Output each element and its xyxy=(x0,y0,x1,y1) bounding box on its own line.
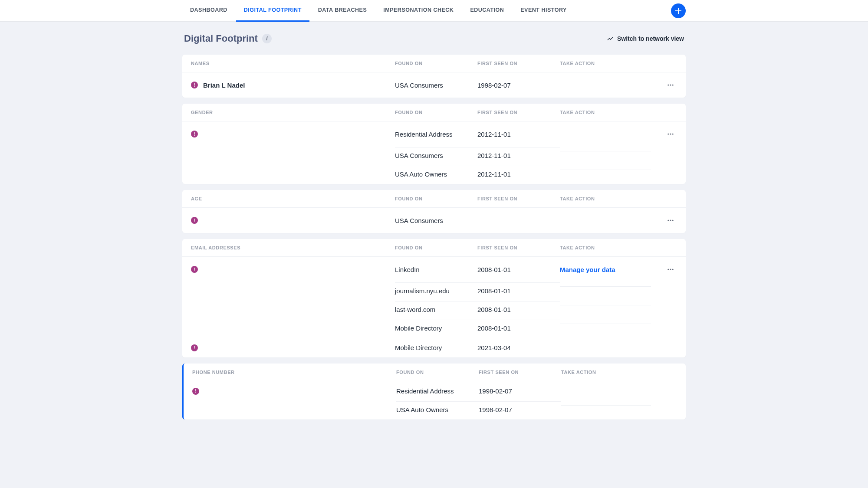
more-button[interactable] xyxy=(664,263,677,276)
add-button[interactable] xyxy=(671,3,686,18)
section-card: GENDERFOUND ONFIRST SEEN ONTAKE ACTIONRe… xyxy=(182,104,686,184)
page-title: Digital Footprint xyxy=(184,33,258,44)
alert-icon xyxy=(192,388,199,395)
switch-view-label: Switch to network view xyxy=(617,35,684,42)
first-seen-cell: 1998-02-07 xyxy=(479,401,561,413)
svg-point-11 xyxy=(672,269,674,270)
more-button[interactable] xyxy=(664,128,677,141)
first-seen-cell: 1998-02-07 xyxy=(477,82,560,89)
action-cell xyxy=(560,151,651,156)
table-row: USA Auto Owners2012-11-01 xyxy=(182,163,686,184)
col-found-on: FOUND ON xyxy=(395,110,477,115)
found-on-cell: LinkedIn xyxy=(395,266,477,273)
row-group: Residential Address2012-11-01USA Consume… xyxy=(182,121,686,184)
action-cell xyxy=(560,324,651,328)
name-cell xyxy=(191,266,395,273)
row-group: USA Consumers xyxy=(182,208,686,233)
col-take-action: TAKE ACTION xyxy=(560,196,651,201)
svg-point-4 xyxy=(670,134,671,135)
col-first-seen: FIRST SEEN ON xyxy=(477,196,560,201)
svg-point-0 xyxy=(667,85,669,86)
section-heading: AGE xyxy=(191,196,395,201)
col-found-on: FOUND ON xyxy=(396,370,479,375)
section-card: AGEFOUND ONFIRST SEEN ONTAKE ACTIONUSA C… xyxy=(182,190,686,233)
nav-tab[interactable]: DIGITAL FOOTPRINT xyxy=(236,0,309,22)
col-first-seen: FIRST SEEN ON xyxy=(477,245,560,250)
row-actions-cell xyxy=(664,214,677,227)
row-group: Brian L NadelUSA Consumers1998-02-07 xyxy=(182,72,686,98)
found-on-cell: USA Consumers xyxy=(395,147,477,159)
col-take-action: TAKE ACTION xyxy=(560,61,651,66)
nav-tab[interactable]: DASHBOARD xyxy=(182,0,235,22)
found-on-cell: Residential Address xyxy=(396,387,479,395)
row-actions-cell xyxy=(664,128,677,141)
found-on-cell: Mobile Directory xyxy=(395,344,477,351)
found-on-cell: Mobile Directory xyxy=(395,320,477,332)
nav-tab[interactable]: DATA BREACHES xyxy=(310,0,375,22)
nav-tab[interactable]: EDUCATION xyxy=(462,0,512,22)
svg-point-1 xyxy=(670,85,671,86)
nav-tab[interactable]: EVENT HISTORY xyxy=(513,0,575,22)
found-on-cell: Residential Address xyxy=(395,131,477,138)
switch-network-view[interactable]: Switch to network view xyxy=(607,35,684,42)
row-actions-cell xyxy=(664,263,677,276)
dots-icon xyxy=(667,216,674,224)
first-seen-cell: 1998-02-07 xyxy=(479,387,561,395)
manage-data-link[interactable]: Manage your data xyxy=(560,266,615,273)
name-cell: Brian L Nadel xyxy=(191,82,395,89)
section-card: EMAIL ADDRESSESFOUND ONFIRST SEEN ONTAKE… xyxy=(182,239,686,357)
nav-tab[interactable]: IMPERSONATION CHECK xyxy=(375,0,461,22)
action-cell xyxy=(560,286,651,291)
dots-icon xyxy=(667,265,674,273)
section-card: PHONE NUMBERFOUND ONFIRST SEEN ONTAKE AC… xyxy=(182,364,686,419)
svg-point-2 xyxy=(672,85,674,86)
col-first-seen: FIRST SEEN ON xyxy=(477,61,560,66)
action-cell xyxy=(560,305,651,310)
col-take-action: TAKE ACTION xyxy=(560,110,651,115)
svg-point-6 xyxy=(667,220,669,221)
found-on-cell: USA Consumers xyxy=(395,82,477,89)
info-icon[interactable]: i xyxy=(262,34,272,43)
page-header: Digital Footprint i Switch to network vi… xyxy=(182,33,686,44)
dots-icon xyxy=(667,81,674,89)
table-row: USA Consumers xyxy=(182,208,686,233)
row-group: Residential Address1998-02-07USA Auto Ow… xyxy=(184,381,686,419)
action-cell xyxy=(561,405,651,410)
name-cell xyxy=(191,344,395,351)
found-on-cell: USA Consumers xyxy=(395,217,477,224)
table-row: Brian L NadelUSA Consumers1998-02-07 xyxy=(182,72,686,98)
first-seen-cell: 2008-01-01 xyxy=(477,282,560,295)
found-on-cell: USA Auto Owners xyxy=(396,401,479,413)
table-row: LinkedIn2008-01-01Manage your data xyxy=(182,257,686,279)
name-cell xyxy=(192,388,396,395)
row-actions-cell xyxy=(664,79,677,92)
col-found-on: FOUND ON xyxy=(395,245,477,250)
action-cell: Manage your data xyxy=(560,266,651,273)
table-row: USA Consumers2012-11-01 xyxy=(182,144,686,163)
more-button[interactable] xyxy=(664,214,677,227)
svg-point-8 xyxy=(672,220,674,221)
svg-point-10 xyxy=(670,269,671,270)
table-row: Mobile Directory2021-03-04 xyxy=(182,338,686,357)
table-row: last-word.com2008-01-01 xyxy=(182,298,686,317)
section-header: EMAIL ADDRESSESFOUND ONFIRST SEEN ONTAKE… xyxy=(182,239,686,257)
name-cell xyxy=(191,131,395,138)
svg-point-3 xyxy=(667,134,669,135)
section-header: PHONE NUMBERFOUND ONFIRST SEEN ONTAKE AC… xyxy=(184,364,686,381)
svg-point-7 xyxy=(670,220,671,221)
section-heading: GENDER xyxy=(191,110,395,115)
first-seen-cell: 2008-01-01 xyxy=(477,301,560,313)
col-found-on: FOUND ON xyxy=(395,61,477,66)
first-seen-cell: 2008-01-01 xyxy=(477,266,560,273)
section-heading: NAMES xyxy=(191,61,395,66)
action-cell xyxy=(560,170,651,174)
col-first-seen: FIRST SEEN ON xyxy=(477,110,560,115)
table-row: Residential Address2012-11-01 xyxy=(182,121,686,144)
more-button[interactable] xyxy=(664,79,677,92)
table-row: journalism.nyu.edu2008-01-01 xyxy=(182,279,686,298)
found-on-cell: USA Auto Owners xyxy=(395,166,477,178)
col-take-action: TAKE ACTION xyxy=(560,245,651,250)
entry-name: Brian L Nadel xyxy=(203,82,245,89)
alert-icon xyxy=(191,344,198,351)
dots-icon xyxy=(667,130,674,138)
